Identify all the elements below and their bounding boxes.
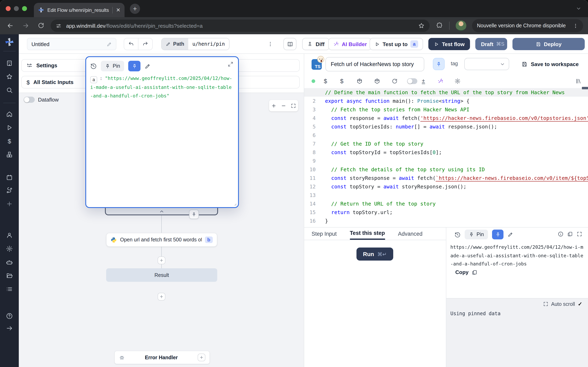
undo-button[interactable] — [124, 38, 138, 50]
pin-toggle-button[interactable]: Pin — [101, 61, 124, 71]
site-settings-icon[interactable] — [56, 23, 62, 29]
close-window-button[interactable] — [6, 6, 11, 11]
zoom-in-icon[interactable] — [271, 103, 277, 108]
pinned-json-viewer[interactable]: a:"https://www.geoffreylitt.com/2025/04/… — [90, 74, 233, 100]
diff-icon[interactable]: ± — [422, 78, 425, 84]
minimize-window-button[interactable] — [14, 6, 19, 11]
pin-toggle-button[interactable]: Pin — [465, 230, 488, 239]
json-string-value: "https://www.geoffreylitt.com/2025/04/12… — [90, 75, 232, 99]
windmill-logo[interactable] — [5, 38, 14, 47]
pin-active-button[interactable] — [128, 61, 140, 71]
reload-icon[interactable] — [38, 22, 44, 29]
gear-icon[interactable] — [454, 78, 461, 84]
sidebar-item-schedules[interactable] — [6, 174, 13, 181]
sidebar-item-user[interactable] — [6, 232, 13, 239]
expand-icon[interactable] — [227, 61, 233, 67]
more-options-icon[interactable] — [265, 38, 275, 50]
ai-wand-icon[interactable] — [437, 78, 443, 84]
save-icon — [521, 61, 527, 67]
add-step-button[interactable] — [158, 257, 165, 264]
editor-toggle[interactable] — [407, 78, 417, 84]
sidebar-item-home[interactable] — [6, 111, 13, 118]
chrome-update-button[interactable]: Nouvelle version de Chrome disponible — [472, 19, 583, 32]
package-icon[interactable] — [374, 78, 380, 84]
step-title-input[interactable] — [325, 57, 424, 71]
zoom-out-icon[interactable] — [281, 103, 286, 108]
node-pin-badge[interactable] — [189, 210, 199, 219]
result-value[interactable]: https://www.geoffreylitt.com/2025/04/12/… — [450, 243, 586, 268]
redo-button[interactable] — [138, 38, 152, 50]
profile-avatar[interactable] — [456, 20, 466, 31]
menu-kebab-icon[interactable] — [573, 23, 578, 28]
info-icon[interactable] — [558, 231, 563, 237]
edit-pencil-icon[interactable] — [107, 42, 112, 47]
variables-icon[interactable]: $ — [324, 78, 327, 84]
maximize-window-button[interactable] — [22, 6, 27, 11]
step-pin-button[interactable] — [433, 58, 445, 70]
library-icon[interactable] — [575, 78, 581, 84]
tab-search-chevron-icon[interactable] — [576, 6, 581, 11]
forward-icon[interactable] — [22, 22, 29, 29]
test-up-to-button[interactable]: Test up to a — [370, 38, 423, 50]
draft-button[interactable]: Draft ⌘S — [475, 38, 507, 50]
browser-tab[interactable]: Edit Flow u/henri/pin_results ✕ — [34, 3, 125, 17]
flow-node-result[interactable]: Result — [106, 268, 217, 282]
tag-select[interactable] — [464, 58, 509, 70]
pin-active-button[interactable] — [492, 230, 503, 239]
sidebar-item-resources[interactable] — [6, 151, 13, 158]
test-flow-button[interactable]: Test flow — [428, 38, 470, 50]
back-icon[interactable] — [7, 22, 14, 29]
tab-close-icon[interactable]: ✕ — [116, 7, 121, 13]
add-step-button[interactable] — [158, 293, 165, 300]
edit-pencil-icon[interactable] — [508, 232, 513, 237]
flow-name-input[interactable]: Untitled — [27, 38, 116, 50]
sidebar-item-favorites[interactable] — [6, 73, 13, 80]
sidebar-item-help[interactable] — [6, 313, 13, 319]
sidebar-item-folders[interactable] — [6, 272, 13, 279]
clipboard-icon[interactable] — [567, 231, 573, 237]
sidebar-item-settings[interactable] — [6, 245, 13, 252]
fullscreen-icon[interactable] — [543, 301, 548, 307]
resize-handle-icon[interactable] — [233, 202, 237, 206]
deploy-button[interactable]: Deploy — [512, 38, 585, 50]
sidebar-item-runs[interactable] — [6, 124, 13, 131]
sidebar-item-variables[interactable]: $ — [8, 138, 11, 145]
run-button[interactable]: Run ⌘↵ — [356, 248, 393, 261]
resources-dollar-icon[interactable]: $ — [340, 78, 343, 84]
sidebar-expand-icon[interactable] — [6, 325, 13, 332]
sidebar-item-search[interactable] — [6, 87, 13, 94]
package-icon[interactable] — [356, 78, 363, 84]
fit-view-icon[interactable] — [291, 103, 296, 108]
url-bar[interactable]: app.windmill.dev/flows/edit/u/henri/pin_… — [51, 20, 430, 32]
docs-button[interactable] — [283, 38, 296, 50]
scrollbar-marker[interactable] — [582, 87, 588, 89]
flow-path-control[interactable]: Path u/henri/pin — [161, 38, 229, 50]
error-handler-node[interactable]: Error Handler — [114, 351, 210, 364]
dataflow-toggle[interactable] — [24, 97, 35, 103]
tab-advanced[interactable]: Advanced — [398, 227, 423, 240]
sidebar-item-add[interactable] — [6, 200, 13, 207]
sidebar-item-workers[interactable] — [6, 259, 13, 266]
add-error-handler-button[interactable] — [198, 354, 205, 361]
ai-builder-button[interactable]: AI Builder — [328, 38, 372, 50]
history-icon[interactable] — [454, 231, 461, 238]
auto-scroll-control[interactable]: Auto scroll ✓ — [543, 301, 582, 307]
reset-icon[interactable] — [392, 78, 398, 84]
copy-button[interactable]: Copy — [455, 269, 477, 275]
bookmark-star-icon[interactable] — [418, 22, 425, 29]
sidebar-item-workspace[interactable] — [6, 60, 13, 67]
diff-button[interactable]: Diff — [302, 38, 329, 50]
sidebar-item-triggers[interactable] — [6, 187, 13, 194]
fullscreen-icon[interactable] — [577, 231, 582, 237]
collapse-chevron-icon[interactable] — [159, 209, 164, 214]
history-icon[interactable] — [90, 63, 97, 69]
edit-pencil-icon[interactable] — [145, 63, 151, 69]
tab-step-input[interactable]: Step Input — [311, 227, 337, 240]
tab-test-this-step[interactable]: Test this step — [350, 227, 385, 240]
extensions-icon[interactable] — [436, 22, 443, 29]
new-tab-button[interactable]: + — [130, 4, 140, 14]
code-editor[interactable]: 12345678910111213141516 // Define the ma… — [304, 87, 588, 227]
flow-node-python[interactable]: Open url and fetch first 500 words of ..… — [106, 233, 217, 247]
save-to-workspace-button[interactable]: Save to workspace — [521, 58, 579, 70]
sidebar-item-audit-logs[interactable] — [6, 286, 13, 292]
